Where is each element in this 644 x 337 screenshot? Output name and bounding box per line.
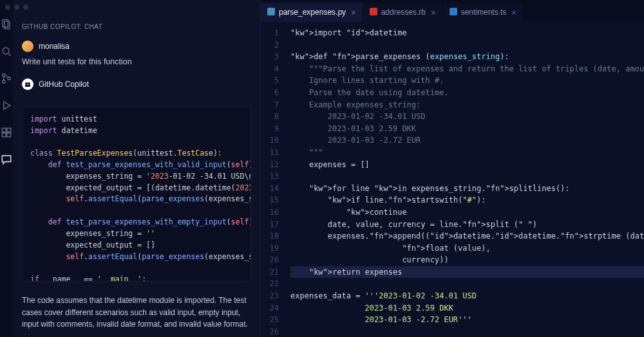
user-avatar — [22, 41, 33, 52]
user-message-text: Write unit tests for this function — [22, 56, 251, 68]
source-control-icon[interactable] — [0, 72, 13, 87]
run-debug-icon[interactable] — [0, 99, 13, 114]
chat-code-block[interactable]: import unittest import datetime class Te… — [22, 107, 251, 282]
svg-rect-9 — [7, 133, 11, 137]
svg-point-11 — [28, 82, 30, 85]
window-titlebar — [0, 0, 28, 14]
bot-message: GitHub Copilot — [13, 75, 260, 100]
explorer-icon[interactable] — [0, 18, 13, 33]
traffic-light-min[interactable] — [14, 5, 19, 10]
bot-name: GitHub Copilot — [39, 80, 89, 89]
svg-point-3 — [3, 74, 5, 77]
python-file-icon — [267, 8, 275, 17]
svg-point-2 — [3, 48, 9, 54]
traffic-light-max[interactable] — [23, 5, 28, 10]
ts-file-icon — [450, 8, 457, 17]
editor-tabs: parse_expenses.py × addresses.rb × senti… — [261, 0, 644, 22]
tab-label: parse_expenses.py — [279, 8, 346, 17]
extensions-icon[interactable] — [0, 126, 13, 141]
code-lines[interactable]: "kw">import "id">datetime "kw">def "fn">… — [285, 22, 644, 337]
tab-label: sentiments.ts — [461, 8, 507, 17]
line-gutter: 1234567891011121314151617181920212223242… — [261, 22, 285, 337]
panel-title: GITHUB COPILOT: CHAT — [13, 17, 260, 37]
close-icon[interactable]: × — [511, 8, 516, 17]
tab-parse_expenses-py[interactable]: parse_expenses.py × — [261, 3, 363, 22]
bot-summary-text: The code assumes that the datetime modul… — [13, 288, 260, 337]
svg-rect-14 — [450, 8, 457, 15]
svg-rect-8 — [2, 133, 6, 137]
activity-bar — [0, 0, 13, 337]
search-icon[interactable] — [0, 45, 13, 60]
svg-rect-7 — [7, 128, 11, 132]
svg-point-10 — [25, 82, 28, 85]
tab-label: addresses.rb — [381, 8, 426, 17]
chat-icon[interactable] — [0, 153, 13, 168]
copilot-chat-panel: GITHUB COPILOT: CHAT monalisa Write unit… — [13, 0, 261, 337]
editor-area: parse_expenses.py × addresses.rb × senti… — [261, 0, 644, 337]
close-icon[interactable]: × — [431, 8, 436, 17]
code-editor[interactable]: 1234567891011121314151617181920212223242… — [261, 22, 644, 337]
svg-rect-12 — [267, 8, 275, 15]
tab-addresses-rb[interactable]: addresses.rb × — [363, 3, 443, 22]
svg-rect-6 — [2, 128, 6, 132]
copilot-avatar — [22, 78, 33, 90]
user-message: monalisa Write unit tests for this funct… — [13, 37, 260, 75]
tab-sentiments-ts[interactable]: sentiments.ts × — [443, 3, 524, 22]
svg-rect-13 — [370, 8, 377, 15]
close-icon[interactable]: × — [351, 8, 356, 17]
traffic-light-close[interactable] — [5, 5, 10, 10]
user-name: monalisa — [39, 42, 70, 51]
svg-point-4 — [3, 80, 5, 83]
ruby-file-icon — [370, 8, 377, 17]
